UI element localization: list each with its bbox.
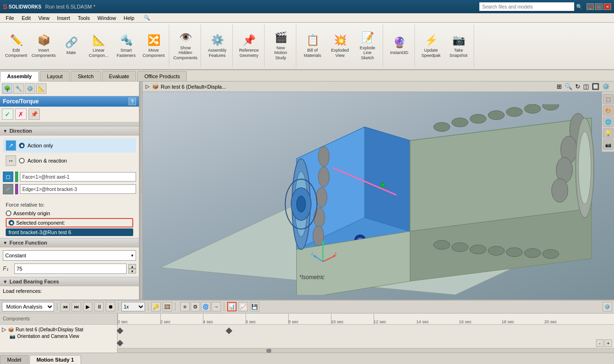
move-component-button[interactable]: 🔀 MoveComponent (140, 25, 167, 67)
record-button[interactable]: ⏺ (106, 302, 115, 311)
viewport-title: Run test 6 (Default<Displa... (161, 84, 226, 90)
selected-component-value[interactable]: front bracket-3@Run test 6 (6, 228, 133, 236)
results-button[interactable]: 📊 (227, 302, 237, 311)
zoom-in-button[interactable]: + (605, 339, 612, 347)
timeline-scroll-thumb[interactable] (266, 349, 271, 353)
face-input[interactable] (20, 172, 136, 182)
update-speedpak-button[interactable]: ⚡ UpdateSpeedpak (418, 25, 444, 67)
take-snapshot-button[interactable]: 📷 TakeSnapshot (445, 25, 472, 67)
timeline-ruler[interactable]: 0 sec 2 sec 4 sec 6 sec 8 sec 10 sec 12 … (118, 313, 614, 324)
action-only-radio[interactable] (19, 143, 25, 148)
action-reaction-radio[interactable] (19, 158, 25, 164)
new-motion-study-button[interactable]: 🎬 NewMotionStudy (267, 25, 294, 67)
viewport-display-style-icon[interactable]: 🔲 (590, 82, 601, 91)
stop-button[interactable]: ⏸ (94, 302, 104, 311)
assembly-origin-radio[interactable] (6, 210, 11, 216)
insert-components-button[interactable]: 📦 InsertComponents (30, 25, 57, 67)
tab-sketch[interactable]: Sketch (71, 71, 101, 81)
panel-help-button[interactable]: ? (128, 98, 136, 105)
feature-manager-icon[interactable]: 🌳 (2, 83, 12, 94)
mate-button[interactable]: 🔗 Mate (58, 25, 84, 67)
instant3d-button[interactable]: 🔮 Instant3D (386, 25, 412, 67)
direction-section-header[interactable]: ▼ Direction (0, 126, 139, 136)
motion-settings-button[interactable]: ⚙️ (603, 302, 612, 311)
play-button[interactable]: ▶ (83, 302, 92, 311)
reference-geometry-button[interactable]: 📌 ReferenceGeometry (236, 25, 262, 67)
viewport-rotate-icon[interactable]: ↻ (574, 82, 582, 91)
zoom-out-button[interactable]: - (596, 339, 604, 347)
menu-help[interactable]: Help (120, 14, 138, 22)
camera-button[interactable]: 📷 (603, 139, 614, 150)
config-manager-icon[interactable]: ⚙️ (25, 83, 35, 94)
viewport-zoom-fit-icon[interactable]: ⊞ (555, 82, 563, 91)
playback-speed-dropdown[interactable]: 1x 2x 0.5x (121, 302, 145, 311)
tab-model[interactable]: Model (0, 355, 28, 364)
smart-fasteners-button[interactable]: 🔩 SmartFasteners (113, 25, 139, 67)
assembly-features-button[interactable]: ⚙️ AssemblyFeatures (204, 25, 230, 67)
menu-view[interactable]: View (35, 14, 54, 22)
timeline-scrollbar[interactable] (118, 348, 614, 353)
tree-item-orientation[interactable]: 📷 Orientation and Camera View (2, 333, 115, 339)
export-button[interactable]: 💾 (250, 302, 259, 311)
linear-component-button[interactable]: 📐 LinearCompon... (85, 25, 112, 67)
menu-file[interactable]: File (2, 14, 18, 22)
selected-component-radio[interactable] (9, 220, 14, 226)
key-icon[interactable]: 🔑 (151, 302, 161, 311)
viewport-zoom-icon[interactable]: 🔍 (563, 82, 574, 91)
plot-results-button[interactable]: 📈 (238, 302, 248, 311)
filter-force-button[interactable]: → (211, 302, 221, 311)
scene-button[interactable]: 🌐 (603, 117, 614, 127)
force-type-dropdown[interactable]: Constant Step Harmonic (3, 250, 136, 261)
ok-button[interactable]: ✓ (2, 109, 13, 120)
dim-expert-icon[interactable]: 📐 (36, 83, 46, 94)
time-marker-2: 2 sec (160, 319, 171, 324)
view-orientation-button[interactable]: ⬚ (603, 94, 614, 104)
menu-tools[interactable]: Tools (74, 14, 94, 22)
tab-office-products[interactable]: Office Products (137, 71, 187, 81)
lights-button[interactable]: 💡 (603, 128, 614, 138)
exploded-view-button[interactable]: 💥 ExplodedView (327, 25, 353, 67)
close-button[interactable]: ✕ (604, 3, 611, 10)
tab-evaluate[interactable]: Evaluate (102, 71, 137, 81)
selected-component-option[interactable]: Selected component: (6, 218, 133, 228)
animate-icon[interactable]: 🎞️ (163, 302, 172, 311)
edge-input[interactable] (20, 184, 136, 194)
f1-value-input[interactable] (14, 264, 127, 274)
minimize-button[interactable]: _ (587, 3, 594, 10)
property-manager-icon[interactable]: 🔧 (13, 83, 24, 94)
show-hidden-components-button[interactable]: 👁️ ShowHiddenComponents (172, 25, 199, 67)
command-search-icon[interactable]: 🔍 (140, 14, 154, 22)
f1-increment-button[interactable]: ▲ (128, 264, 136, 269)
force-function-section-header[interactable]: ▼ Force Function (0, 238, 139, 247)
tab-motion-study-1[interactable]: Motion Study 1 (29, 355, 81, 364)
tab-layout[interactable]: Layout (40, 71, 70, 81)
viewport-settings-icon[interactable]: ⚙️ (601, 82, 611, 91)
filter-motor-button[interactable]: ⚙ (191, 302, 200, 311)
action-only-option[interactable]: ↗ Action only (3, 138, 136, 153)
appearance-button[interactable]: 🎨 (603, 105, 614, 116)
viewport[interactable]: ▷ 📦 Run test 6 (Default<Displa... ⊞ 🔍 ↻ … (143, 82, 614, 300)
tab-assembly[interactable]: Assembly (0, 71, 39, 82)
filter-spring-button[interactable]: 🌀 (201, 302, 211, 311)
expand-icon[interactable]: ▷ (146, 83, 149, 90)
menu-window[interactable]: Window (94, 14, 120, 22)
f1-decrement-button[interactable]: ▼ (128, 269, 136, 273)
tree-item-run-test[interactable]: ▷ 📦 Run test 6 (Default<Display Stat (2, 326, 115, 333)
filter-all-button[interactable]: ≡ (180, 302, 190, 311)
explode-line-sketch-button[interactable]: 📝 ExplodeLineSketch (354, 25, 381, 67)
maximize-button[interactable]: □ (595, 3, 603, 10)
viewport-section-view-icon[interactable]: ◫ (582, 82, 590, 91)
action-reaction-option[interactable]: ↔ Action & reaction (3, 154, 136, 168)
search-input[interactable] (479, 2, 574, 11)
menu-insert[interactable]: Insert (53, 14, 74, 22)
load-bearing-section-header[interactable]: ▼ Load Bearing Faces (0, 277, 139, 286)
motion-type-dropdown[interactable]: Motion Analysis Basic Motion Animation (2, 302, 54, 311)
edit-component-button[interactable]: ✏️ Edit Component (3, 25, 29, 67)
pin-button[interactable]: 📌 (28, 109, 40, 120)
assembly-origin-option[interactable]: Assembly origin (3, 209, 136, 217)
play-to-end-button[interactable]: ⏭ (72, 302, 81, 311)
bill-of-materials-button[interactable]: 📋 Bill ofMaterials (299, 25, 326, 67)
play-from-start-button[interactable]: ⏮ (60, 302, 70, 311)
cancel-button[interactable]: ✗ (15, 109, 27, 120)
menu-edit[interactable]: Edit (18, 14, 35, 22)
